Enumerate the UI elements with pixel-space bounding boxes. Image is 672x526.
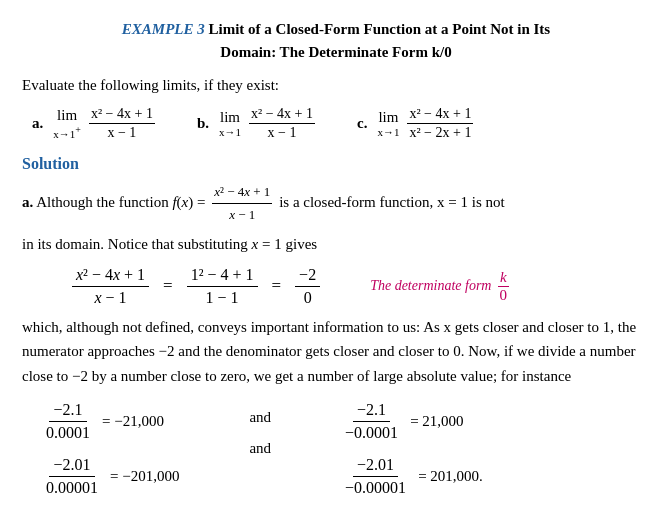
lim-c-word: lim	[378, 109, 398, 126]
frac-c-den: x² − 2x + 1	[407, 124, 473, 141]
frac-c-num: x² − 4x + 1	[407, 106, 473, 124]
calc-line-1: −2.1 0.0001 = −21,000	[42, 401, 179, 442]
limit-a: a. lim x→1+ x² − 4x + 1 x − 1	[32, 106, 157, 141]
equation-row: x² − 4x + 1 x − 1 = 1² − 4 + 1 1 − 1 = −…	[72, 266, 650, 307]
calc4-num: −2.01	[353, 456, 398, 477]
lim-b-block: lim x→1	[219, 109, 241, 138]
calc1-result: = −21,000	[102, 413, 164, 430]
big-frac3: −2 0	[295, 266, 320, 307]
example-title-line2: Domain: The Determinate Form k/0	[22, 41, 650, 64]
example-header: EXAMPLE 3 Limit of a Closed-Form Functio…	[22, 18, 650, 63]
frac-a: x² − 4x + 1 x − 1	[89, 106, 155, 141]
calc2-result: = 21,000	[410, 413, 463, 430]
big-frac2: 1² − 4 + 1 1 − 1	[187, 266, 258, 307]
example-label: EXAMPLE 3	[122, 21, 205, 37]
inline-frac-main: x² − 4x + 1 x − 1	[212, 181, 272, 226]
big-frac1-den: x − 1	[90, 287, 130, 307]
examples-calc: −2.1 0.0001 = −21,000 −2.01 0.00001 = −2…	[42, 401, 650, 497]
big-frac2-den: 1 − 1	[202, 287, 243, 307]
eq-sign-1: =	[163, 276, 173, 296]
and-word-1: and	[249, 409, 271, 426]
calc1-num: −2.1	[49, 401, 86, 422]
calc-line-4: −2.01 −0.00001 = 201,000.	[341, 456, 483, 497]
frac-a-den: x − 1	[105, 124, 138, 141]
limit-c: c. lim x→1 x² − 4x + 1 x² − 2x + 1	[357, 106, 475, 141]
k-frac-num: k	[498, 269, 509, 287]
calc3-frac: −2.01 0.00001	[42, 456, 102, 497]
lim-b-sub: x→1	[219, 126, 241, 138]
part-a-line2: in its domain. Notice that substituting …	[22, 232, 650, 258]
lim-a-word: lim	[57, 107, 77, 124]
calc4-den: −0.00001	[341, 477, 410, 497]
big-frac3-num: −2	[295, 266, 320, 287]
calc1-den: 0.0001	[42, 422, 94, 442]
frac-b-num: x² − 4x + 1	[249, 106, 315, 124]
k-frac-den: 0	[497, 287, 509, 304]
big-frac2-num: 1² − 4 + 1	[187, 266, 258, 287]
calc-group-right: −2.1 −0.0001 = 21,000 −2.01 −0.00001 = 2…	[341, 401, 483, 497]
limits-row: a. lim x→1+ x² − 4x + 1 x − 1 b. lim x→1…	[22, 106, 650, 141]
lim-a-block: lim x→1+	[53, 107, 81, 140]
calc2-num: −2.1	[353, 401, 390, 422]
frac-b-den: x − 1	[266, 124, 299, 141]
inline-frac-main-den: x − 1	[227, 204, 257, 226]
part-a-text2: is a closed-form function, x = 1 is not	[279, 194, 505, 210]
lim-c-block: lim x→1	[377, 109, 399, 138]
body-text-content: which, although not defined, conveys imp…	[22, 319, 636, 385]
fx-eq: f(x) =	[172, 194, 209, 210]
frac-c: x² − 4x + 1 x² − 2x + 1	[407, 106, 473, 141]
inline-frac-main-num: x² − 4x + 1	[212, 181, 272, 204]
calc3-den: 0.00001	[42, 477, 102, 497]
big-frac1: x² − 4x + 1 x − 1	[72, 266, 149, 307]
limit-b: b. lim x→1 x² − 4x + 1 x − 1	[197, 106, 317, 141]
determinate-box: The determinate form k 0	[370, 269, 509, 304]
calc-line-2: −2.1 −0.0001 = 21,000	[341, 401, 483, 442]
body-text: which, although not defined, conveys imp…	[22, 315, 650, 389]
calc4-frac: −2.01 −0.00001	[341, 456, 410, 497]
calc-line-3: −2.01 0.00001 = −201,000	[42, 456, 179, 497]
calc-group-left: −2.1 0.0001 = −21,000 −2.01 0.00001 = −2…	[42, 401, 179, 497]
k-frac: k 0	[497, 269, 509, 304]
frac-b: x² − 4x + 1 x − 1	[249, 106, 315, 141]
limit-c-label: c.	[357, 115, 367, 132]
part-a-line1: a. Although the function f(x) = x² − 4x …	[22, 181, 650, 226]
calc2-den: −0.0001	[341, 422, 402, 442]
part-a-text3: in its domain. Notice that substituting …	[22, 236, 317, 252]
calc1-frac: −2.1 0.0001	[42, 401, 94, 442]
calc3-result: = −201,000	[110, 468, 179, 485]
limit-b-label: b.	[197, 115, 209, 132]
evaluate-text: Evaluate the following limits, if they e…	[22, 77, 650, 94]
limit-a-label: a.	[32, 115, 43, 132]
and-word-2: and	[249, 440, 271, 457]
eq-sign-2: =	[272, 276, 282, 296]
part-a-bold: a.	[22, 194, 33, 210]
calc4-result: = 201,000.	[418, 468, 483, 485]
determinate-text: The determinate form	[370, 278, 491, 294]
part-a-text1: Although the function	[36, 194, 168, 210]
big-frac1-num: x² − 4x + 1	[72, 266, 149, 287]
lim-b-word: lim	[220, 109, 240, 126]
lim-c-sub: x→1	[377, 126, 399, 138]
lim-a-sub: x→1+	[53, 124, 81, 140]
big-frac3-den: 0	[300, 287, 316, 307]
solution-header: Solution	[22, 155, 650, 173]
calc2-frac: −2.1 −0.0001	[341, 401, 402, 442]
calc3-num: −2.01	[49, 456, 94, 477]
example-title-line1: Limit of a Closed-Form Function at a Poi…	[209, 21, 551, 37]
and-column: and and	[239, 401, 281, 457]
frac-a-num: x² − 4x + 1	[89, 106, 155, 124]
